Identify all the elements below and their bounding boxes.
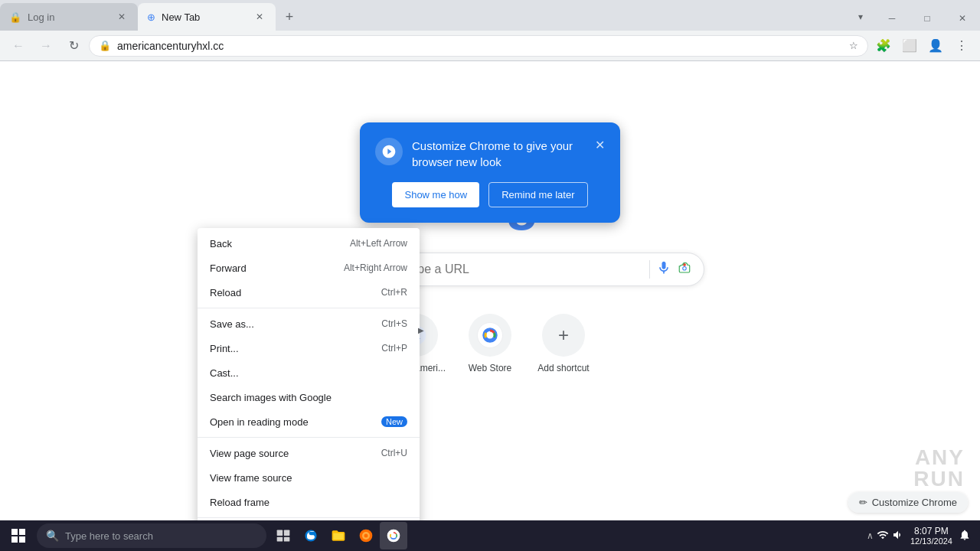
tab-close-new[interactable]: ✕ <box>253 10 266 24</box>
shortcut-add-label: Add shortcut <box>537 363 589 373</box>
customize-chrome-label: Customize Chrome <box>872 497 957 508</box>
extensions-button[interactable]: 🧩 <box>871 34 896 58</box>
windows-logo-icon <box>11 529 25 543</box>
new-tab-button[interactable]: + <box>279 6 300 28</box>
svg-point-5 <box>487 332 494 339</box>
popup-header: Customize Chrome to give your browser ne… <box>375 138 605 170</box>
shortcut-add[interactable]: + Add shortcut <box>533 314 594 373</box>
tab-favicon-new: ⊕ <box>147 11 155 23</box>
svg-rect-9 <box>284 537 290 542</box>
minimize-button[interactable]: ─ <box>874 6 910 31</box>
svg-rect-8 <box>277 537 283 542</box>
bookmark-icon: ☆ <box>849 40 858 51</box>
menu-item-back[interactable]: Back Alt+Left Arrow <box>198 231 420 256</box>
shortcut-webstore[interactable]: Web Store <box>459 314 521 373</box>
tab-title-login: Log in <box>28 11 109 23</box>
menu-item-cast[interactable]: Cast... <box>198 360 420 385</box>
menu-item-search-images[interactable]: Search images with Google <box>198 385 420 409</box>
nav-right-buttons: 🧩 ⬜ 👤 ⋮ <box>871 34 974 58</box>
reload-button[interactable]: ↻ <box>61 34 86 58</box>
tab-title-new: New Tab <box>162 11 247 23</box>
notification-icon[interactable] <box>959 529 971 543</box>
svg-point-14 <box>391 533 397 539</box>
watermark: ANY RUN <box>913 447 965 490</box>
volume-icon[interactable] <box>892 529 904 543</box>
menu-item-view-source[interactable]: View page source Ctrl+U <box>198 441 420 465</box>
taskbar-explorer[interactable] <box>325 522 352 549</box>
popup-close-button[interactable]: ✕ <box>595 138 605 152</box>
svg-rect-7 <box>284 530 290 536</box>
menu-item-reading-mode[interactable]: Open in reading mode New <box>198 409 420 434</box>
taskbar: 🔍 Type here to search <box>0 520 980 551</box>
tray-up-arrow[interactable]: ∧ <box>867 530 874 541</box>
tab-login[interactable]: 🔒 Log in ✕ <box>0 3 138 31</box>
forward-button[interactable]: → <box>34 34 58 58</box>
menu-item-print[interactable]: Print... Ctrl+P <box>198 336 420 360</box>
split-screen-button[interactable]: ⬜ <box>897 34 922 58</box>
system-clock[interactable]: 8:07 PM 12/13/2024 <box>907 526 956 546</box>
task-view-button[interactable] <box>270 522 297 549</box>
popup-buttons: Show me how Remind me later <box>375 182 605 207</box>
svg-point-0 <box>683 266 687 270</box>
shortcut-webstore-icon <box>469 314 511 357</box>
lock-icon: 🔒 <box>99 40 111 51</box>
tab-list-button[interactable]: ▾ <box>850 6 871 28</box>
tab-new[interactable]: ⊕ New Tab ✕ <box>138 3 276 31</box>
taskbar-search-placeholder: Type here to search <box>65 530 153 542</box>
start-button[interactable] <box>3 520 34 551</box>
customize-chrome-button[interactable]: ✏ Customize Chrome <box>848 492 968 513</box>
new-badge: New <box>381 416 407 427</box>
menu-item-reload-frame[interactable]: Reload frame <box>198 490 420 514</box>
taskbar-chrome[interactable] <box>380 522 407 549</box>
submenu-arrow: ▶ <box>418 326 424 334</box>
back-button[interactable]: ← <box>6 34 31 58</box>
url-display: americancenturyhxl.cc <box>117 40 843 52</box>
customize-pencil-icon: ✏ <box>859 497 867 508</box>
customize-chrome-popup: Customize Chrome to give your browser ne… <box>360 122 620 223</box>
browser-window: 🔒 Log in ✕ ⊕ New Tab ✕ + ▾ ─ □ ✕ ← → ↻ <box>0 0 980 551</box>
menu-divider-3 <box>198 517 420 518</box>
nav-bar: ← → ↻ 🔒 americancenturyhxl.cc ☆ 🧩 ⬜ 👤 ⋮ <box>0 31 980 61</box>
svg-point-12 <box>364 534 368 538</box>
menu-divider-1 <box>198 308 420 308</box>
menu-item-view-frame[interactable]: View frame source <box>198 465 420 490</box>
system-tray: ∧ 8:07 PM 12/13/2024 <box>861 526 977 546</box>
close-button[interactable]: ✕ <box>945 6 980 31</box>
taskbar-search[interactable]: 🔍 Type here to search <box>37 523 266 548</box>
new-tab-page: Customize Chrome to give your browser ne… <box>0 61 980 551</box>
menu-divider-2 <box>198 437 420 438</box>
context-menu: Back Alt+Left Arrow Forward Alt+Right Ar… <box>198 228 420 549</box>
clock-time: 8:07 PM <box>914 526 949 536</box>
popup-title: Customize Chrome to give your browser ne… <box>412 138 586 170</box>
search-divider <box>649 260 650 279</box>
network-icon[interactable] <box>877 529 889 543</box>
voice-search-icon[interactable] <box>656 260 671 279</box>
menu-item-forward[interactable]: Forward Alt+Right Arrow <box>198 256 420 280</box>
tab-bar: 🔒 Log in ✕ ⊕ New Tab ✕ + ▾ ─ □ ✕ <box>0 0 980 31</box>
show-me-how-button[interactable]: Show me how <box>392 182 479 207</box>
image-search-icon[interactable] <box>678 261 691 279</box>
shortcut-webstore-label: Web Store <box>469 363 511 373</box>
customize-icon <box>375 138 403 165</box>
tab-favicon-login: 🔒 <box>9 11 21 23</box>
address-bar[interactable]: 🔒 americancenturyhxl.cc ☆ <box>89 35 868 57</box>
chrome-menu-button[interactable]: ⋮ <box>949 34 974 58</box>
maximize-button[interactable]: □ <box>910 6 945 31</box>
profile-button[interactable]: 👤 <box>923 34 948 58</box>
menu-item-save[interactable]: Save as... Ctrl+S <box>198 311 420 336</box>
taskbar-search-icon: 🔍 <box>46 530 59 542</box>
shortcut-add-icon: + <box>542 314 585 357</box>
taskbar-edge[interactable] <box>297 522 325 549</box>
menu-item-reload[interactable]: Reload Ctrl+R <box>198 280 420 305</box>
clock-date: 12/13/2024 <box>910 536 952 546</box>
remind-later-button[interactable]: Remind me later <box>488 182 587 207</box>
svg-rect-6 <box>277 530 283 536</box>
tab-close-login[interactable]: ✕ <box>115 10 129 24</box>
taskbar-firefox[interactable] <box>352 522 380 549</box>
